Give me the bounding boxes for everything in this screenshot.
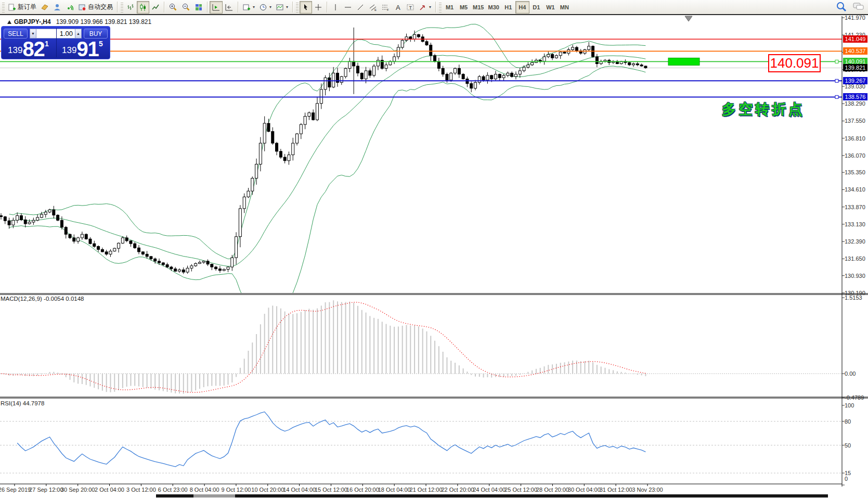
buy-price-base: 139 [62,45,76,56]
macd-plot [0,300,842,394]
price-tick-label: 130.930 [845,273,865,279]
date-tick-label: 6 Oct 23:00 [158,487,188,493]
candles [0,28,647,274]
date-tick-label: 15 Oct 12:00 [315,487,347,493]
date-tick-label: 2 Oct 04:00 [95,487,124,493]
price-tick-label: 132.390 [845,238,865,245]
date-tick-label: 18 Oct 04:00 [378,487,411,493]
price-tick-label: 131.650 [845,256,865,262]
chart-title: GBPJPY-,H4139.909 139.966 139.821 139.82… [7,18,151,25]
price-tick-label: 134.610 [845,186,865,193]
price-badge: 140.537 [843,47,867,55]
price-tick-label: 133.870 [845,204,865,210]
scrollbar-track[interactable] [156,494,828,497]
highlight-rect [668,58,699,65]
macd-indicator-label: MACD(12,26,9) -0.0054 0.0148 [1,296,84,302]
price-tick-label: 137.550 [845,118,865,124]
panel-divider [56,28,57,57]
chart-ohlc-values: 139.909 139.966 139.821 139.821 [56,18,152,25]
date-tick-label: 14 Oct 04:00 [283,487,316,493]
mt4-window: 新订单 自动交易 [0,0,868,498]
date-tick-label: 21 Oct 12:00 [410,487,443,493]
date-tick-label: 25 Oct 12:00 [504,487,537,493]
rsi-axis-label: 0 [845,476,848,482]
date-tick-label: 28 Oct 20:00 [536,487,569,493]
shift-marker [685,16,692,21]
rsi-plot [0,412,842,473]
rsi-axis-label: 50 [845,442,851,449]
date-tick-label: 26 Sep 2019 [0,487,31,493]
price-tick-label: 136.810 [845,135,865,142]
line-handle [835,60,838,63]
macd-axis-label: -0.4789 [845,394,864,401]
rsi-axis-label: 100 [845,402,854,408]
sell-price[interactable]: 139821 [8,39,49,58]
date-tick-label: 24 Oct 04:00 [473,487,506,493]
buy-price-point: 5 [99,40,103,48]
rsi-indicator-label: RSI(14) 44.7978 [1,400,44,406]
date-tick-label: 27 Sep 12:00 [29,487,63,493]
price-tick-label: 138.290 [845,100,865,107]
rsi-axis-label: 80 [845,418,851,425]
price-tick-label: 136.070 [845,152,865,159]
sell-price-base: 139 [8,45,22,56]
macd-axis-label: 1.5153 [845,295,862,301]
date-tick-label: 10 Oct 20:00 [251,487,284,493]
chart-symbol-period: GBPJPY-,H4 [14,18,51,25]
date-tick-label: 22 Oct 20:00 [441,487,474,493]
price-badge: 138.576 [843,93,867,100]
price-tick-label: 135.350 [845,169,865,175]
price-tick-label: 141.970 [845,15,865,21]
price-callout-box[interactable]: 140.091 [768,54,821,72]
date-tick-label: 8 Oct 04:00 [190,487,219,493]
one-click-trading-panel: SELL ▼ ▲ BUY 139821 139915 [1,26,110,59]
sell-price-point: 1 [45,40,49,48]
date-tick-label: 3 Nov 23:00 [632,487,663,493]
date-tick-label: 9 Oct 12:00 [222,487,251,493]
line-handle [835,79,838,82]
date-tick-label: 31 Oct 12:00 [600,487,632,493]
price-badge: 139.821 [843,64,867,71]
price-badge: 141.049 [843,35,867,43]
date-tick-label: 30 Sep 20:00 [61,487,95,493]
line-handle [835,95,838,98]
chart-area[interactable]: GBPJPY-,H4139.909 139.966 139.821 139.82… [0,0,868,498]
chart-annotation-text: 多空转折点 [722,100,805,119]
date-tick-label: 3 Oct 12:00 [126,487,156,493]
date-tick-label: 30 Oct 04:00 [568,487,601,493]
date-tick-label: 16 Oct 20:00 [346,487,379,493]
sell-price-pips: 82 [22,40,45,58]
macd-axis-label: 0.00 [845,371,856,377]
price-tick-label: 133.130 [845,221,865,227]
chart-canvas[interactable] [0,0,868,498]
chart-symbol-icon [7,20,11,24]
price-badge: 139.267 [843,77,867,84]
horizontal-scrollbar[interactable] [0,494,868,498]
scrollbar-thumb[interactable] [193,494,235,497]
bollinger-bands [9,24,646,326]
buy-price[interactable]: 139915 [62,39,103,58]
buy-price-pips: 91 [76,40,99,58]
